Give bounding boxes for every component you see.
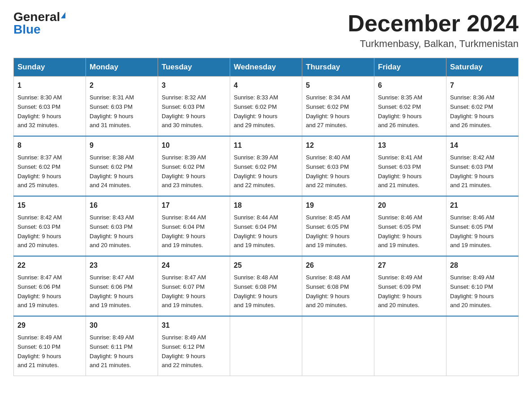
table-row: 15Sunrise: 8:42 AMSunset: 6:03 PMDayligh… bbox=[14, 196, 86, 256]
day-info: Sunrise: 8:46 AMSunset: 6:05 PMDaylight:… bbox=[378, 213, 442, 250]
day-info: Sunrise: 8:30 AMSunset: 6:03 PMDaylight:… bbox=[17, 93, 82, 130]
table-row: 12Sunrise: 8:40 AMSunset: 6:03 PMDayligh… bbox=[302, 136, 374, 196]
table-row: 6Sunrise: 8:35 AMSunset: 6:02 PMDaylight… bbox=[374, 77, 446, 136]
day-number: 12 bbox=[306, 140, 370, 151]
day-info: Sunrise: 8:49 AMSunset: 6:10 PMDaylight:… bbox=[17, 333, 82, 370]
day-info: Sunrise: 8:44 AMSunset: 6:04 PMDaylight:… bbox=[234, 213, 298, 250]
table-row bbox=[374, 316, 446, 376]
table-row: 11Sunrise: 8:39 AMSunset: 6:02 PMDayligh… bbox=[230, 136, 302, 196]
table-row: 5Sunrise: 8:34 AMSunset: 6:02 PMDaylight… bbox=[302, 77, 374, 136]
day-number: 8 bbox=[17, 140, 82, 151]
logo-arrow-icon bbox=[61, 12, 65, 18]
day-number: 7 bbox=[450, 80, 515, 91]
day-info: Sunrise: 8:33 AMSunset: 6:02 PMDaylight:… bbox=[234, 93, 298, 130]
day-info: Sunrise: 8:48 AMSunset: 6:08 PMDaylight:… bbox=[306, 273, 370, 310]
col-sunday: Sunday bbox=[14, 58, 86, 77]
table-row: 14Sunrise: 8:42 AMSunset: 6:03 PMDayligh… bbox=[446, 136, 519, 196]
day-number: 5 bbox=[306, 80, 370, 91]
day-number: 31 bbox=[162, 320, 226, 331]
day-number: 10 bbox=[162, 140, 226, 151]
table-row: 9Sunrise: 8:38 AMSunset: 6:02 PMDaylight… bbox=[86, 136, 158, 196]
day-info: Sunrise: 8:45 AMSunset: 6:05 PMDaylight:… bbox=[306, 213, 370, 250]
table-row: 20Sunrise: 8:46 AMSunset: 6:05 PMDayligh… bbox=[374, 196, 446, 256]
table-row: 23Sunrise: 8:47 AMSunset: 6:06 PMDayligh… bbox=[86, 256, 158, 316]
day-info: Sunrise: 8:42 AMSunset: 6:03 PMDaylight:… bbox=[450, 153, 515, 190]
header: General Blue December 2024 Turkmenbasy, … bbox=[13, 11, 519, 50]
day-number: 6 bbox=[378, 80, 442, 91]
table-row: 28Sunrise: 8:49 AMSunset: 6:10 PMDayligh… bbox=[446, 256, 519, 316]
table-row: 27Sunrise: 8:49 AMSunset: 6:09 PMDayligh… bbox=[374, 256, 446, 316]
col-saturday: Saturday bbox=[446, 58, 519, 77]
day-info: Sunrise: 8:40 AMSunset: 6:03 PMDaylight:… bbox=[306, 153, 370, 190]
day-number: 4 bbox=[234, 80, 298, 91]
day-number: 24 bbox=[162, 260, 226, 271]
day-info: Sunrise: 8:46 AMSunset: 6:05 PMDaylight:… bbox=[450, 213, 515, 250]
logo: General Blue bbox=[13, 11, 65, 36]
day-info: Sunrise: 8:49 AMSunset: 6:11 PMDaylight:… bbox=[90, 333, 154, 370]
table-row: 10Sunrise: 8:39 AMSunset: 6:02 PMDayligh… bbox=[158, 136, 230, 196]
calendar-header-row: Sunday Monday Tuesday Wednesday Thursday… bbox=[14, 58, 519, 77]
col-wednesday: Wednesday bbox=[230, 58, 302, 77]
calendar-table: Sunday Monday Tuesday Wednesday Thursday… bbox=[13, 58, 519, 376]
day-number: 16 bbox=[90, 200, 154, 211]
day-number: 25 bbox=[234, 260, 298, 271]
table-row: 21Sunrise: 8:46 AMSunset: 6:05 PMDayligh… bbox=[446, 196, 519, 256]
day-info: Sunrise: 8:38 AMSunset: 6:02 PMDaylight:… bbox=[90, 153, 154, 190]
table-row: 25Sunrise: 8:48 AMSunset: 6:08 PMDayligh… bbox=[230, 256, 302, 316]
day-number: 22 bbox=[17, 260, 82, 271]
day-number: 1 bbox=[17, 80, 82, 91]
day-info: Sunrise: 8:44 AMSunset: 6:04 PMDaylight:… bbox=[162, 213, 226, 250]
calendar-week-3: 15Sunrise: 8:42 AMSunset: 6:03 PMDayligh… bbox=[14, 196, 519, 256]
table-row: 31Sunrise: 8:49 AMSunset: 6:12 PMDayligh… bbox=[158, 316, 230, 376]
day-number: 26 bbox=[306, 260, 370, 271]
day-info: Sunrise: 8:39 AMSunset: 6:02 PMDaylight:… bbox=[234, 153, 298, 190]
day-info: Sunrise: 8:35 AMSunset: 6:02 PMDaylight:… bbox=[378, 93, 442, 130]
day-info: Sunrise: 8:34 AMSunset: 6:02 PMDaylight:… bbox=[306, 93, 370, 130]
location-title: Turkmenbasy, Balkan, Turkmenistan bbox=[348, 38, 519, 50]
day-number: 14 bbox=[450, 140, 515, 151]
table-row: 3Sunrise: 8:32 AMSunset: 6:03 PMDaylight… bbox=[158, 77, 230, 136]
calendar-week-1: 1Sunrise: 8:30 AMSunset: 6:03 PMDaylight… bbox=[14, 77, 519, 136]
table-row: 18Sunrise: 8:44 AMSunset: 6:04 PMDayligh… bbox=[230, 196, 302, 256]
day-info: Sunrise: 8:39 AMSunset: 6:02 PMDaylight:… bbox=[162, 153, 226, 190]
day-info: Sunrise: 8:36 AMSunset: 6:02 PMDaylight:… bbox=[450, 93, 515, 130]
day-info: Sunrise: 8:42 AMSunset: 6:03 PMDaylight:… bbox=[17, 213, 82, 250]
calendar-week-2: 8Sunrise: 8:37 AMSunset: 6:02 PMDaylight… bbox=[14, 136, 519, 196]
day-info: Sunrise: 8:49 AMSunset: 6:10 PMDaylight:… bbox=[450, 273, 515, 310]
calendar-week-4: 22Sunrise: 8:47 AMSunset: 6:06 PMDayligh… bbox=[14, 256, 519, 316]
table-row: 16Sunrise: 8:43 AMSunset: 6:03 PMDayligh… bbox=[86, 196, 158, 256]
col-monday: Monday bbox=[86, 58, 158, 77]
day-number: 20 bbox=[378, 200, 442, 211]
table-row: 13Sunrise: 8:41 AMSunset: 6:03 PMDayligh… bbox=[374, 136, 446, 196]
day-info: Sunrise: 8:47 AMSunset: 6:06 PMDaylight:… bbox=[17, 273, 82, 310]
day-number: 21 bbox=[450, 200, 515, 211]
day-number: 9 bbox=[90, 140, 154, 151]
table-row bbox=[446, 316, 519, 376]
day-info: Sunrise: 8:41 AMSunset: 6:03 PMDaylight:… bbox=[378, 153, 442, 190]
day-number: 17 bbox=[162, 200, 226, 211]
table-row: 7Sunrise: 8:36 AMSunset: 6:02 PMDaylight… bbox=[446, 77, 519, 136]
table-row: 8Sunrise: 8:37 AMSunset: 6:02 PMDaylight… bbox=[14, 136, 86, 196]
col-tuesday: Tuesday bbox=[158, 58, 230, 77]
table-row: 30Sunrise: 8:49 AMSunset: 6:11 PMDayligh… bbox=[86, 316, 158, 376]
day-info: Sunrise: 8:32 AMSunset: 6:03 PMDaylight:… bbox=[162, 93, 226, 130]
day-info: Sunrise: 8:47 AMSunset: 6:07 PMDaylight:… bbox=[162, 273, 226, 310]
day-info: Sunrise: 8:49 AMSunset: 6:09 PMDaylight:… bbox=[378, 273, 442, 310]
day-number: 18 bbox=[234, 200, 298, 211]
table-row: 17Sunrise: 8:44 AMSunset: 6:04 PMDayligh… bbox=[158, 196, 230, 256]
table-row bbox=[302, 316, 374, 376]
table-row: 29Sunrise: 8:49 AMSunset: 6:10 PMDayligh… bbox=[14, 316, 86, 376]
day-info: Sunrise: 8:31 AMSunset: 6:03 PMDaylight:… bbox=[90, 93, 154, 130]
day-info: Sunrise: 8:49 AMSunset: 6:12 PMDaylight:… bbox=[162, 333, 226, 370]
day-number: 27 bbox=[378, 260, 442, 271]
table-row: 4Sunrise: 8:33 AMSunset: 6:02 PMDaylight… bbox=[230, 77, 302, 136]
day-number: 19 bbox=[306, 200, 370, 211]
day-info: Sunrise: 8:48 AMSunset: 6:08 PMDaylight:… bbox=[234, 273, 298, 310]
day-info: Sunrise: 8:43 AMSunset: 6:03 PMDaylight:… bbox=[90, 213, 154, 250]
month-title: December 2024 bbox=[348, 11, 519, 36]
col-thursday: Thursday bbox=[302, 58, 374, 77]
day-number: 11 bbox=[234, 140, 298, 151]
calendar-week-5: 29Sunrise: 8:49 AMSunset: 6:10 PMDayligh… bbox=[14, 316, 519, 376]
day-info: Sunrise: 8:47 AMSunset: 6:06 PMDaylight:… bbox=[90, 273, 154, 310]
logo-blue-text: Blue bbox=[13, 22, 41, 36]
